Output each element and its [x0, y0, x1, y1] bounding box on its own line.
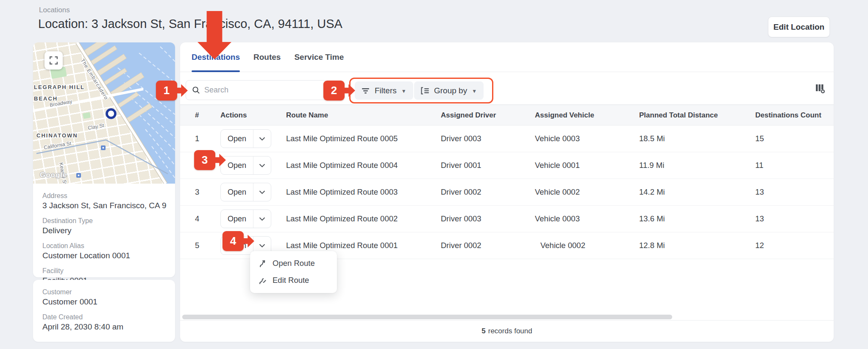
- row-index: 1: [195, 134, 199, 143]
- group-by-button[interactable]: Group by ▼: [414, 81, 484, 100]
- detail-address: Address 3 Jackson St, San Francisco, CA …: [42, 192, 167, 211]
- col-header-count[interactable]: Destinations Count: [755, 111, 821, 120]
- chevron-down-icon[interactable]: [253, 130, 271, 148]
- assigned-driver: Driver 0002: [441, 187, 481, 197]
- open-route-split-button[interactable]: Open: [220, 156, 271, 175]
- horizontal-scrollbar-thumb[interactable]: [182, 315, 672, 319]
- open-button-label[interactable]: Open: [221, 156, 253, 174]
- chevron-down-icon[interactable]: [253, 183, 271, 201]
- assigned-vehicle: Vehicle 0001: [535, 161, 580, 170]
- table-row: 2 Open Last Mile Optimized Route 0004 Dr…: [180, 152, 834, 179]
- assigned-driver: Driver 0001: [441, 161, 481, 170]
- map-label-beach: BEACH: [34, 95, 58, 102]
- assigned-driver: Driver 0003: [441, 214, 481, 223]
- customer-info-card: Customer Customer 0001 Date Created Apri…: [33, 280, 175, 342]
- group-by-icon: [421, 87, 429, 95]
- chevron-down-icon: ▼: [472, 88, 477, 94]
- app-window: Locations Location: 3 Jackson St, San Fr…: [0, 0, 868, 349]
- planned-distance: 12.8 Mi: [639, 241, 665, 250]
- annotation-badge-4: 4: [223, 231, 244, 251]
- filters-label: Filters: [375, 86, 397, 95]
- detail-destination-type: Destination Type Delivery: [42, 217, 167, 236]
- menu-item-edit-route[interactable]: Edit Route: [250, 272, 337, 289]
- records-found-footer: 5 records found: [180, 320, 834, 342]
- menu-item-open-route[interactable]: Open Route: [250, 255, 337, 272]
- edit-location-button[interactable]: Edit Location: [768, 17, 830, 37]
- menu-item-label: Edit Route: [273, 276, 309, 285]
- open-button-label[interactable]: Open: [221, 210, 253, 228]
- destinations-count: 11: [755, 161, 763, 170]
- col-header-route[interactable]: Route Name: [286, 111, 328, 120]
- map-fullscreen-button[interactable]: [45, 51, 63, 70]
- row-index: 3: [195, 187, 199, 197]
- open-route-split-button[interactable]: Open: [220, 129, 271, 148]
- chevron-down-icon: ▼: [401, 88, 406, 94]
- planned-distance: 11.9 Mi: [639, 161, 664, 170]
- col-header-driver[interactable]: Assigned Driver: [441, 111, 496, 120]
- map-label-clay-st: Clay St: [87, 122, 105, 131]
- assigned-driver: Driver 0002: [441, 241, 481, 250]
- breadcrumb[interactable]: Locations: [39, 6, 70, 14]
- open-route-split-button[interactable]: Open: [220, 209, 271, 228]
- open-button-label[interactable]: Open: [221, 183, 253, 201]
- row-index: 4: [195, 214, 199, 223]
- detail-date-created: Date Created April 28, 2030 8:40 am: [42, 313, 167, 332]
- records-count: 5: [481, 327, 485, 335]
- chevron-down-icon[interactable]: [253, 210, 271, 228]
- col-header-vehicle[interactable]: Assigned Vehicle: [535, 111, 594, 120]
- table-row: 3 Open Last Mile Optimized Route 0003 Dr…: [180, 179, 834, 206]
- assigned-vehicle: Vehicle 0003: [535, 214, 580, 223]
- annotation-badge-3: 3: [194, 150, 215, 170]
- location-map[interactable]: LEGRAPH HILL BEACH Broadway CHINATOWN Cl…: [33, 42, 175, 184]
- planned-distance: 13.6 Mi: [639, 214, 665, 223]
- row-index: 5: [195, 241, 199, 250]
- destinations-count: 13: [755, 187, 764, 197]
- filter-icon: [362, 87, 370, 94]
- search-box[interactable]: [186, 80, 327, 100]
- google-logo: Google: [40, 171, 67, 179]
- destinations-count: 13: [755, 214, 764, 223]
- location-summary-card: LEGRAPH HILL BEACH Broadway CHINATOWN Cl…: [33, 42, 175, 277]
- column-settings-button[interactable]: [815, 83, 826, 96]
- annotation-badge-1: 1: [156, 81, 177, 101]
- location-details: Address 3 Jackson St, San Francisco, CA …: [33, 184, 175, 286]
- annotation-badge-2: 2: [323, 81, 345, 101]
- assigned-vehicle: Vehicle 0002: [540, 241, 585, 250]
- filters-button[interactable]: Filters ▼: [355, 81, 413, 100]
- actions-dropdown-menu: Open Route Edit Route: [250, 251, 337, 293]
- destinations-count: 15: [755, 134, 764, 143]
- open-button-label[interactable]: Open: [221, 130, 253, 148]
- destinations-count: 12: [755, 241, 764, 250]
- fullscreen-icon: [50, 56, 58, 64]
- open-route-split-button[interactable]: Open: [220, 183, 271, 201]
- map-location-marker: [107, 109, 115, 118]
- map-label-chinatown: CHINATOWN: [36, 132, 78, 139]
- planned-distance: 18.5 Mi: [639, 134, 665, 143]
- search-input[interactable]: [204, 86, 310, 95]
- chevron-down-icon[interactable]: [253, 156, 271, 174]
- col-header-distance[interactable]: Planned Total Distance: [639, 111, 718, 120]
- route-name: Last Mile Optimized Route 0004: [286, 161, 398, 170]
- table-header: # Actions Route Name Assigned Driver Ass…: [180, 105, 834, 126]
- open-route-icon: [259, 260, 267, 268]
- table-row: 1 Open Last Mile Optimized Route 0005 Dr…: [180, 126, 834, 152]
- planned-distance: 14.2 Mi: [639, 187, 665, 197]
- map-label-telegraph-hill: LEGRAPH HILL: [34, 84, 85, 90]
- table-row: 4 Open Last Mile Optimized Route 0002 Dr…: [180, 206, 834, 232]
- menu-item-label: Open Route: [273, 259, 315, 268]
- tab-routes[interactable]: Routes: [253, 42, 281, 72]
- assigned-vehicle: Vehicle 0003: [535, 134, 580, 143]
- tab-bar: Destinations Routes Service Time: [180, 42, 834, 72]
- col-header-actions: Actions: [220, 111, 247, 120]
- edit-route-icon: [259, 276, 267, 285]
- search-icon: [192, 86, 200, 94]
- route-name: Last Mile Optimized Route 0005: [286, 134, 398, 143]
- tab-service-time[interactable]: Service Time: [294, 42, 344, 72]
- route-name: Last Mile Optimized Route 0003: [286, 187, 398, 197]
- detail-location-alias: Location Alias Customer Location 0001: [42, 242, 167, 261]
- col-header-index: #: [195, 111, 199, 120]
- records-text: records found: [488, 327, 532, 335]
- route-name: Last Mile Optimized Route 0001: [286, 241, 398, 250]
- table-toolbar: Filters ▼ Group by ▼: [180, 72, 834, 105]
- assigned-vehicle: Vehicle 0002: [535, 187, 580, 197]
